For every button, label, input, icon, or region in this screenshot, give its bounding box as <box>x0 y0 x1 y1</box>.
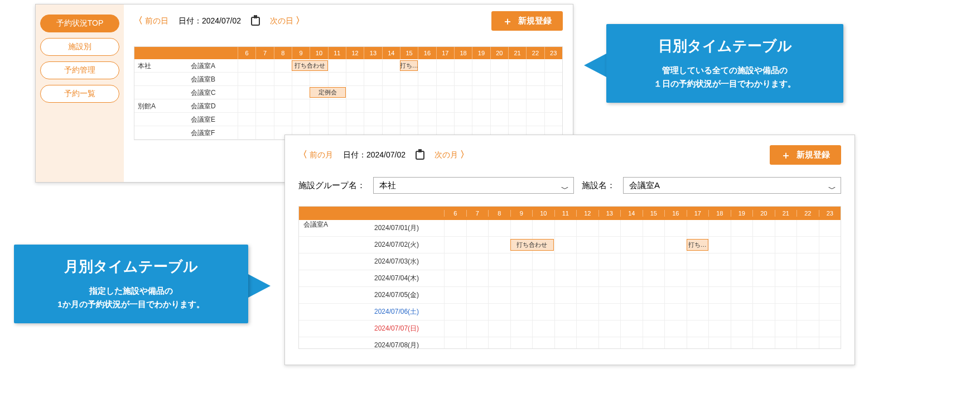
timetable-track[interactable]: 打ち合わせ打ち… <box>444 237 841 253</box>
timetable-track[interactable]: 打ち合わせ打ち… <box>238 59 562 72</box>
sidebar: 予約状況TOP施設別予約管理予約一覧 <box>36 4 124 182</box>
callout-text: 管理している全ての施設や備品の１日の予約状況が一目でわかります。 <box>625 64 824 90</box>
room-name: 会議室B <box>187 73 238 85</box>
plus-icon: ＋ <box>503 16 513 26</box>
next-month-link[interactable]: 次の月 〉 <box>435 149 469 161</box>
monthly-row: 2024/07/05(金) <box>299 287 841 304</box>
next-month-label: 次の月 <box>435 150 458 159</box>
callout-text: 指定した施設や備品の1か月の予約状況が一目でわかります。 <box>33 284 229 311</box>
daily-tt-header: .. 67891011121314151617181920212223 <box>134 47 562 59</box>
hour-header: 11 <box>554 210 577 217</box>
date-cell: 2024/07/03(水) <box>374 253 444 270</box>
prev-month-link[interactable]: 〈 前の月 <box>298 149 333 161</box>
monthly-timetable-panel: 〈 前の月 日付：2024/07/02 次の月 〉 ＋ 新規登録 施設グループ名… <box>284 135 855 365</box>
timetable-row: 本社会議室A打ち合わせ打ち… <box>134 59 562 73</box>
room-name <box>299 337 374 348</box>
hour-header: 7 <box>255 47 273 59</box>
callout-daily: 日別タイムテーブル 管理している全ての施設や備品の１日の予約状況が一目でわかりま… <box>606 24 843 103</box>
hour-header: 22 <box>526 47 544 59</box>
reservation-block[interactable]: 打ち… <box>400 60 418 71</box>
prev-day-label: 前の日 <box>145 16 168 25</box>
daily-timetable: .. 67891011121314151617181920212223 本社会議… <box>134 46 563 140</box>
callout-title: 日別タイムテーブル <box>625 36 824 56</box>
timetable-track[interactable] <box>238 73 562 85</box>
date-cell: 2024/07/04(木) <box>374 270 444 286</box>
hour-header: 6 <box>238 47 255 59</box>
group-name: 本社 <box>134 59 187 72</box>
sidebar-item[interactable]: 予約状況TOP <box>40 15 119 32</box>
hour-header: 16 <box>418 47 436 59</box>
sidebar-item[interactable]: 予約管理 <box>40 61 119 79</box>
timetable-row: 会議室E <box>134 113 562 126</box>
reservation-block[interactable]: 打ち合わせ <box>292 60 328 71</box>
hour-header: 15 <box>400 47 418 59</box>
monthly-row: 2024/07/07(日) <box>299 321 841 337</box>
hour-header: 9 <box>510 210 533 217</box>
timetable-track[interactable] <box>238 99 562 112</box>
room-name <box>299 304 374 320</box>
date-label: 日付：2024/07/02 <box>178 16 241 26</box>
timetable-row: 別館A会議室D <box>134 99 562 113</box>
date-label-text: 日付： <box>343 150 366 159</box>
hour-header: 18 <box>454 47 472 59</box>
room-name <box>299 270 374 286</box>
timetable-track[interactable] <box>444 304 841 320</box>
chevron-down-icon: ﹀ <box>561 181 569 197</box>
date-cell: 2024/07/01(月) <box>374 220 444 236</box>
hour-header: 17 <box>687 210 709 217</box>
calendar-icon[interactable] <box>251 17 260 26</box>
hour-header: 21 <box>508 47 526 59</box>
sidebar-item[interactable]: 施設別 <box>40 38 119 56</box>
timetable-track[interactable] <box>444 253 841 270</box>
room-name: 会議室A <box>299 220 374 236</box>
timetable-track[interactable] <box>444 220 841 236</box>
hour-header: 21 <box>775 210 797 217</box>
hour-header: 15 <box>643 210 665 217</box>
hour-header: 10 <box>532 210 554 217</box>
monthly-date-bar: 〈 前の月 日付：2024/07/02 次の月 〉 ＋ 新規登録 <box>298 145 841 165</box>
reservation-block[interactable]: 打ち合わせ <box>510 239 554 251</box>
date-cell: 2024/07/06(土) <box>374 304 444 320</box>
timetable-track[interactable] <box>444 321 841 337</box>
next-day-link[interactable]: 次の日 〉 <box>270 15 305 27</box>
monthly-tt-body[interactable]: 会議室A2024/07/01(月)2024/07/02(火)打ち合わせ打ち…20… <box>299 220 841 348</box>
timetable-track[interactable] <box>444 270 841 286</box>
timetable-track[interactable] <box>444 287 841 303</box>
group-select-label: 施設グループ名： <box>298 180 365 191</box>
room-name <box>299 321 374 337</box>
new-reservation-button[interactable]: ＋ 新規登録 <box>491 11 563 31</box>
date-cell: 2024/07/02(火) <box>374 237 444 253</box>
group-select[interactable]: 本社 ﹀ <box>373 177 574 194</box>
next-day-label: 次の日 <box>270 16 293 25</box>
group-name <box>134 126 187 139</box>
date-cell: 2024/07/07(日) <box>374 321 444 337</box>
monthly-tt-header: 67891011121314151617181920212223 <box>299 207 841 220</box>
callout-arrow-icon <box>247 274 271 298</box>
hour-header: 22 <box>796 210 819 217</box>
hour-header: 13 <box>364 47 382 59</box>
hour-header: 16 <box>664 210 687 217</box>
date-value: 2024/07/02 <box>202 16 241 25</box>
reservation-block[interactable]: 定例会 <box>310 87 346 98</box>
hour-header: 8 <box>488 210 510 217</box>
hour-header: 12 <box>576 210 598 217</box>
sidebar-item[interactable]: 予約一覧 <box>40 85 119 103</box>
chevron-left-icon: 〈 <box>134 16 143 25</box>
daily-date-bar: 〈 前の日 日付：2024/07/02 次の日 〉 ＋ 新規登録 <box>134 11 563 31</box>
callout-arrow-icon <box>584 53 607 78</box>
timetable-track[interactable]: 定例会 <box>238 86 562 99</box>
chevron-left-icon: 〈 <box>298 150 307 159</box>
calendar-icon[interactable] <box>416 151 424 160</box>
timetable-track[interactable] <box>444 337 841 348</box>
chevron-right-icon: 〉 <box>296 16 305 25</box>
hour-header: 9 <box>292 47 310 59</box>
hour-header: 18 <box>708 210 731 217</box>
prev-day-link[interactable]: 〈 前の日 <box>134 15 168 27</box>
new-reservation-button[interactable]: ＋ 新規登録 <box>770 145 841 165</box>
reservation-block[interactable]: 打ち… <box>687 239 708 251</box>
group-select-value: 本社 <box>379 180 396 190</box>
hour-header: 17 <box>436 47 454 59</box>
room-name: 会議室E <box>187 113 238 126</box>
timetable-track[interactable] <box>238 113 562 126</box>
room-select[interactable]: 会議室A ﹀ <box>623 177 841 194</box>
